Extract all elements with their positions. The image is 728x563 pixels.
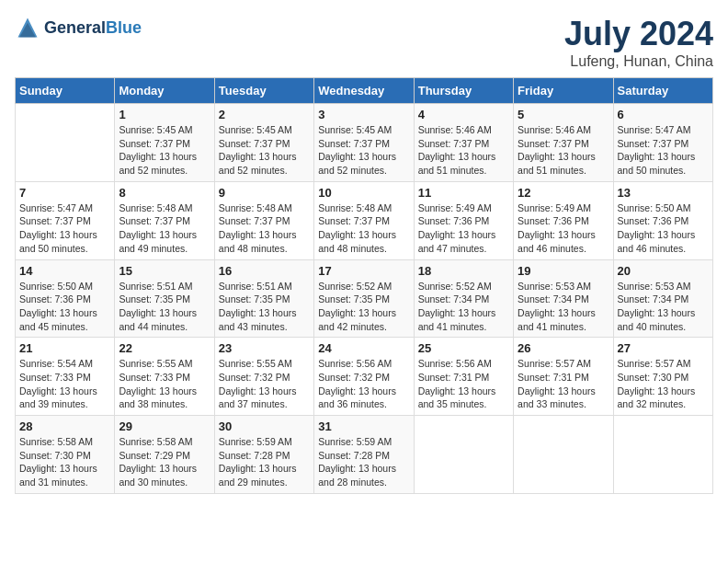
day-info: Sunrise: 5:57 AM Sunset: 7:30 PM Dayligh… (618, 357, 709, 411)
calendar-cell: 22Sunrise: 5:55 AM Sunset: 7:33 PM Dayli… (115, 338, 214, 416)
month-year-title: July 2024 (564, 15, 713, 53)
calendar-cell: 25Sunrise: 5:56 AM Sunset: 7:31 PM Dayli… (414, 338, 513, 416)
calendar-cell: 29Sunrise: 5:58 AM Sunset: 7:29 PM Dayli… (115, 416, 214, 494)
day-number: 29 (119, 419, 210, 433)
calendar-cell: 3Sunrise: 5:45 AM Sunset: 7:37 PM Daylig… (314, 104, 414, 182)
day-info: Sunrise: 5:56 AM Sunset: 7:31 PM Dayligh… (418, 357, 509, 411)
day-info: Sunrise: 5:52 AM Sunset: 7:35 PM Dayligh… (318, 280, 409, 334)
calendar-cell: 11Sunrise: 5:49 AM Sunset: 7:36 PM Dayli… (414, 181, 513, 259)
day-info: Sunrise: 5:46 AM Sunset: 7:37 PM Dayligh… (518, 123, 609, 178)
day-number: 24 (318, 341, 409, 355)
calendar-cell: 18Sunrise: 5:52 AM Sunset: 7:34 PM Dayli… (414, 259, 513, 338)
calendar-cell: 19Sunrise: 5:53 AM Sunset: 7:34 PM Dayli… (514, 259, 613, 338)
logo: GeneralBlue (15, 15, 142, 40)
calendar-cell: 9Sunrise: 5:48 AM Sunset: 7:37 PM Daylig… (214, 181, 313, 259)
day-number: 26 (518, 341, 609, 355)
calendar-table: SundayMondayTuesdayWednesdayThursdayFrid… (15, 77, 713, 494)
calendar-cell (514, 416, 613, 494)
day-number: 4 (418, 108, 509, 121)
day-info: Sunrise: 5:54 AM Sunset: 7:33 PM Dayligh… (19, 357, 110, 411)
calendar-cell: 7Sunrise: 5:47 AM Sunset: 7:37 PM Daylig… (16, 181, 115, 259)
day-number: 10 (318, 186, 409, 200)
weekday-header-row: SundayMondayTuesdayWednesdayThursdayFrid… (16, 78, 713, 104)
calendar-cell: 24Sunrise: 5:56 AM Sunset: 7:32 PM Dayli… (314, 338, 414, 416)
calendar-cell: 8Sunrise: 5:48 AM Sunset: 7:37 PM Daylig… (115, 181, 214, 259)
calendar-week-row: 21Sunrise: 5:54 AM Sunset: 7:33 PM Dayli… (16, 338, 713, 416)
day-info: Sunrise: 5:45 AM Sunset: 7:37 PM Dayligh… (119, 123, 210, 178)
day-number: 19 (518, 264, 609, 278)
calendar-week-row: 7Sunrise: 5:47 AM Sunset: 7:37 PM Daylig… (16, 181, 713, 259)
day-info: Sunrise: 5:56 AM Sunset: 7:32 PM Dayligh… (318, 357, 409, 411)
day-number: 21 (19, 341, 110, 355)
location-subtitle: Lufeng, Hunan, China (564, 53, 713, 70)
day-info: Sunrise: 5:58 AM Sunset: 7:29 PM Dayligh… (119, 435, 210, 489)
day-number: 22 (119, 341, 210, 355)
day-info: Sunrise: 5:48 AM Sunset: 7:37 PM Dayligh… (119, 201, 210, 256)
calendar-cell: 12Sunrise: 5:49 AM Sunset: 7:36 PM Dayli… (514, 181, 613, 259)
day-info: Sunrise: 5:55 AM Sunset: 7:33 PM Dayligh… (119, 357, 210, 411)
calendar-cell: 10Sunrise: 5:48 AM Sunset: 7:37 PM Dayli… (314, 181, 414, 259)
logo-text-blue: Blue (106, 18, 142, 37)
day-number: 15 (119, 264, 210, 278)
day-info: Sunrise: 5:53 AM Sunset: 7:34 PM Dayligh… (518, 280, 609, 334)
day-number: 13 (618, 186, 709, 200)
day-info: Sunrise: 5:57 AM Sunset: 7:31 PM Dayligh… (518, 357, 609, 411)
calendar-cell: 1Sunrise: 5:45 AM Sunset: 7:37 PM Daylig… (115, 104, 214, 182)
weekday-header-friday: Friday (514, 78, 613, 104)
day-number: 1 (119, 108, 210, 121)
calendar-cell: 6Sunrise: 5:47 AM Sunset: 7:37 PM Daylig… (613, 104, 712, 182)
calendar-cell: 21Sunrise: 5:54 AM Sunset: 7:33 PM Dayli… (16, 338, 115, 416)
calendar-week-row: 14Sunrise: 5:50 AM Sunset: 7:36 PM Dayli… (16, 259, 713, 338)
title-area: July 2024 Lufeng, Hunan, China (564, 15, 713, 70)
day-info: Sunrise: 5:53 AM Sunset: 7:34 PM Dayligh… (618, 280, 709, 334)
calendar-cell: 16Sunrise: 5:51 AM Sunset: 7:35 PM Dayli… (214, 259, 313, 338)
day-info: Sunrise: 5:49 AM Sunset: 7:36 PM Dayligh… (418, 201, 509, 256)
day-info: Sunrise: 5:51 AM Sunset: 7:35 PM Dayligh… (119, 280, 210, 334)
day-number: 18 (418, 264, 509, 278)
weekday-header-wednesday: Wednesday (314, 78, 414, 104)
day-info: Sunrise: 5:58 AM Sunset: 7:30 PM Dayligh… (19, 435, 110, 489)
calendar-week-row: 1Sunrise: 5:45 AM Sunset: 7:37 PM Daylig… (16, 104, 713, 182)
weekday-header-sunday: Sunday (16, 78, 115, 104)
day-number: 25 (418, 341, 509, 355)
weekday-header-saturday: Saturday (613, 78, 712, 104)
calendar-cell: 23Sunrise: 5:55 AM Sunset: 7:32 PM Dayli… (214, 338, 313, 416)
day-number: 30 (219, 419, 310, 433)
day-info: Sunrise: 5:48 AM Sunset: 7:37 PM Dayligh… (318, 201, 409, 256)
day-info: Sunrise: 5:49 AM Sunset: 7:36 PM Dayligh… (518, 201, 609, 256)
calendar-cell: 15Sunrise: 5:51 AM Sunset: 7:35 PM Dayli… (115, 259, 214, 338)
day-info: Sunrise: 5:46 AM Sunset: 7:37 PM Dayligh… (418, 123, 509, 178)
weekday-header-tuesday: Tuesday (214, 78, 313, 104)
day-info: Sunrise: 5:47 AM Sunset: 7:37 PM Dayligh… (618, 123, 709, 178)
calendar-cell: 13Sunrise: 5:50 AM Sunset: 7:36 PM Dayli… (613, 181, 712, 259)
calendar-cell: 31Sunrise: 5:59 AM Sunset: 7:28 PM Dayli… (314, 416, 414, 494)
day-info: Sunrise: 5:45 AM Sunset: 7:37 PM Dayligh… (318, 123, 409, 178)
calendar-cell: 27Sunrise: 5:57 AM Sunset: 7:30 PM Dayli… (613, 338, 712, 416)
calendar-cell (414, 416, 513, 494)
day-number: 12 (518, 186, 609, 200)
day-number: 27 (618, 341, 709, 355)
calendar-cell: 17Sunrise: 5:52 AM Sunset: 7:35 PM Dayli… (314, 259, 414, 338)
day-info: Sunrise: 5:50 AM Sunset: 7:36 PM Dayligh… (19, 280, 110, 334)
logo-icon (15, 15, 40, 40)
day-info: Sunrise: 5:50 AM Sunset: 7:36 PM Dayligh… (618, 201, 709, 256)
day-number: 28 (19, 419, 110, 433)
day-info: Sunrise: 5:48 AM Sunset: 7:37 PM Dayligh… (219, 201, 310, 256)
calendar-cell: 20Sunrise: 5:53 AM Sunset: 7:34 PM Dayli… (613, 259, 712, 338)
day-number: 9 (219, 186, 310, 200)
day-number: 31 (318, 419, 409, 433)
calendar-cell: 28Sunrise: 5:58 AM Sunset: 7:30 PM Dayli… (16, 416, 115, 494)
day-number: 7 (19, 186, 110, 200)
calendar-cell: 2Sunrise: 5:45 AM Sunset: 7:37 PM Daylig… (214, 104, 313, 182)
day-number: 2 (219, 108, 310, 121)
day-info: Sunrise: 5:47 AM Sunset: 7:37 PM Dayligh… (19, 201, 110, 256)
day-info: Sunrise: 5:59 AM Sunset: 7:28 PM Dayligh… (219, 435, 310, 489)
calendar-cell: 30Sunrise: 5:59 AM Sunset: 7:28 PM Dayli… (214, 416, 313, 494)
day-number: 16 (219, 264, 310, 278)
calendar-cell: 5Sunrise: 5:46 AM Sunset: 7:37 PM Daylig… (514, 104, 613, 182)
page-header: GeneralBlue July 2024 Lufeng, Hunan, Chi… (15, 15, 713, 70)
calendar-cell (613, 416, 712, 494)
day-info: Sunrise: 5:59 AM Sunset: 7:28 PM Dayligh… (318, 435, 409, 489)
calendar-cell: 4Sunrise: 5:46 AM Sunset: 7:37 PM Daylig… (414, 104, 513, 182)
day-number: 3 (318, 108, 409, 121)
